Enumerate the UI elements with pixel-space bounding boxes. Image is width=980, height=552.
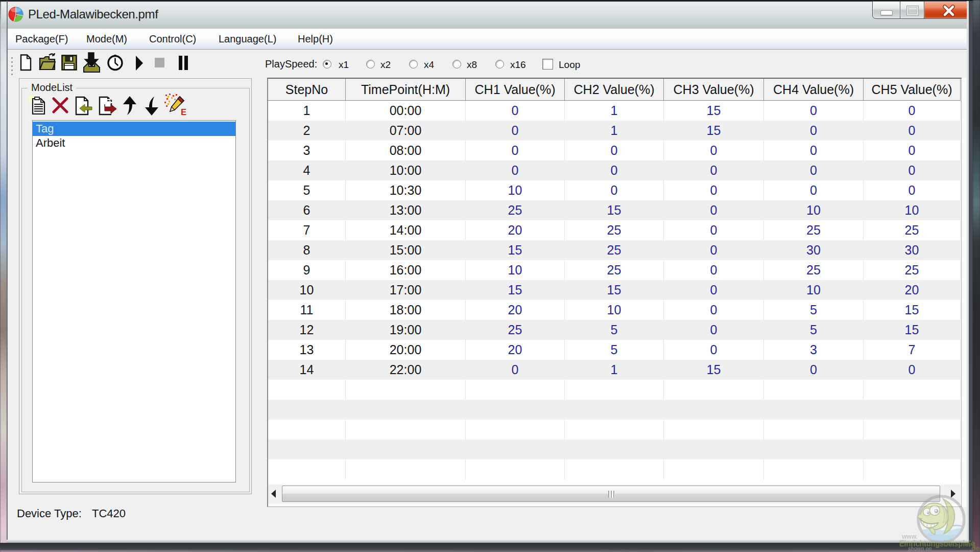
svg-text:.de: .de <box>969 544 979 552</box>
svg-text:E: E <box>181 107 186 116</box>
svg-text:shown on: shown on <box>908 546 932 551</box>
